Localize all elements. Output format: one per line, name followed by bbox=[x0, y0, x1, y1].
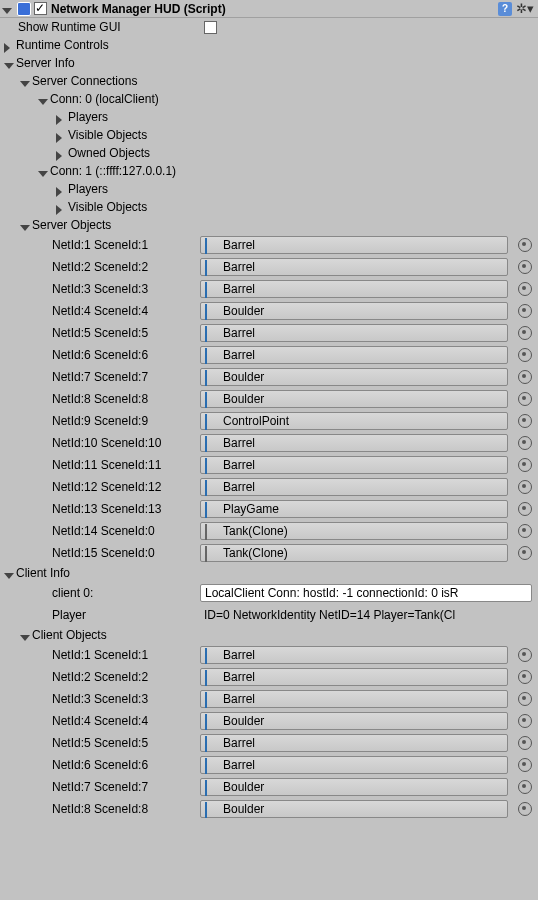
prefab-icon bbox=[205, 525, 217, 537]
client0-field[interactable]: LocalClient Conn: hostId: -1 connectionI… bbox=[200, 584, 532, 602]
foldout-icon bbox=[56, 148, 66, 158]
object-field[interactable]: Barrel bbox=[200, 236, 508, 254]
object-picker-icon[interactable] bbox=[518, 392, 532, 406]
connection-child-row[interactable]: Visible Objects bbox=[0, 126, 538, 144]
object-row: NetId:2 SceneId:2 Barrel bbox=[0, 666, 538, 688]
object-picker-icon[interactable] bbox=[518, 458, 532, 472]
object-picker-icon[interactable] bbox=[518, 692, 532, 706]
object-field[interactable]: Barrel bbox=[200, 690, 508, 708]
object-label: NetId:2 SceneId:2 bbox=[0, 670, 200, 684]
object-picker-icon[interactable] bbox=[518, 648, 532, 662]
object-picker-icon[interactable] bbox=[518, 670, 532, 684]
object-label: NetId:1 SceneId:1 bbox=[0, 648, 200, 662]
object-field[interactable]: Barrel bbox=[200, 434, 508, 452]
object-field[interactable]: Barrel bbox=[200, 324, 508, 342]
object-row: NetId:12 SceneId:12 Barrel bbox=[0, 476, 538, 498]
object-picker-icon[interactable] bbox=[518, 370, 532, 384]
object-name: ControlPoint bbox=[223, 414, 289, 428]
object-field[interactable]: Boulder bbox=[200, 390, 508, 408]
client-objects-section[interactable]: Client Objects bbox=[0, 626, 538, 644]
connection-label: Conn: 0 (localClient) bbox=[50, 92, 159, 106]
object-row: NetId:5 SceneId:5 Barrel bbox=[0, 732, 538, 754]
server-objects-section[interactable]: Server Objects bbox=[0, 216, 538, 234]
object-picker-icon[interactable] bbox=[518, 326, 532, 340]
object-field[interactable]: Barrel bbox=[200, 734, 508, 752]
object-field[interactable]: Barrel bbox=[200, 346, 508, 364]
prefab-icon bbox=[205, 239, 217, 251]
enable-checkbox[interactable] bbox=[34, 2, 47, 15]
connection-child-row[interactable]: Visible Objects bbox=[0, 198, 538, 216]
object-picker-icon[interactable] bbox=[518, 304, 532, 318]
client-info-section[interactable]: Client Info bbox=[0, 564, 538, 582]
server-connections-section[interactable]: Server Connections bbox=[0, 72, 538, 90]
object-picker-icon[interactable] bbox=[518, 780, 532, 794]
section-label: Server Info bbox=[16, 56, 75, 70]
object-field[interactable]: Barrel bbox=[200, 258, 508, 276]
connection-child-row[interactable]: Owned Objects bbox=[0, 144, 538, 162]
object-field[interactable]: ControlPoint bbox=[200, 412, 508, 430]
object-picker-icon[interactable] bbox=[518, 802, 532, 816]
object-name: Barrel bbox=[223, 692, 255, 706]
object-label: NetId:15 SceneId:0 bbox=[0, 546, 200, 560]
foldout-icon bbox=[56, 202, 66, 212]
object-row: NetId:6 SceneId:6 Barrel bbox=[0, 754, 538, 776]
object-field[interactable]: Boulder bbox=[200, 778, 508, 796]
section-label: Server Connections bbox=[32, 74, 137, 88]
object-picker-icon[interactable] bbox=[518, 502, 532, 516]
object-field[interactable]: Boulder bbox=[200, 712, 508, 730]
server-info-section[interactable]: Server Info bbox=[0, 54, 538, 72]
object-field[interactable]: PlayGame bbox=[200, 500, 508, 518]
object-field[interactable]: Boulder bbox=[200, 800, 508, 818]
prefab-icon bbox=[205, 327, 217, 339]
object-field[interactable]: Barrel bbox=[200, 280, 508, 298]
object-picker-icon[interactable] bbox=[518, 546, 532, 560]
help-icon[interactable]: ? bbox=[498, 2, 512, 16]
object-picker-icon[interactable] bbox=[518, 524, 532, 538]
prefab-icon bbox=[205, 459, 217, 471]
object-name: Barrel bbox=[223, 282, 255, 296]
object-field[interactable]: Tank(Clone) bbox=[200, 544, 508, 562]
gear-icon[interactable]: ✲▾ bbox=[516, 1, 534, 16]
foldout-icon[interactable] bbox=[2, 4, 12, 14]
object-field[interactable]: Boulder bbox=[200, 368, 508, 386]
child-label: Owned Objects bbox=[68, 146, 150, 160]
object-picker-icon[interactable] bbox=[518, 348, 532, 362]
object-field[interactable]: Barrel bbox=[200, 478, 508, 496]
object-label: NetId:5 SceneId:5 bbox=[0, 736, 200, 750]
prefab-icon bbox=[205, 671, 217, 683]
prefab-icon bbox=[205, 349, 217, 361]
connection-row[interactable]: Conn: 0 (localClient) bbox=[0, 90, 538, 108]
object-picker-icon[interactable] bbox=[518, 414, 532, 428]
component-title: Network Manager HUD (Script) bbox=[51, 2, 498, 16]
object-picker-icon[interactable] bbox=[518, 758, 532, 772]
object-field[interactable]: Boulder bbox=[200, 302, 508, 320]
object-label: NetId:3 SceneId:3 bbox=[0, 282, 200, 296]
object-field[interactable]: Barrel bbox=[200, 456, 508, 474]
object-field[interactable]: Barrel bbox=[200, 668, 508, 686]
runtime-controls-section[interactable]: Runtime Controls bbox=[0, 36, 538, 54]
object-field[interactable]: Barrel bbox=[200, 646, 508, 664]
object-field[interactable]: Barrel bbox=[200, 756, 508, 774]
object-label: NetId:4 SceneId:4 bbox=[0, 304, 200, 318]
connection-child-row[interactable]: Players bbox=[0, 108, 538, 126]
object-picker-icon[interactable] bbox=[518, 260, 532, 274]
object-field[interactable]: Tank(Clone) bbox=[200, 522, 508, 540]
connection-row[interactable]: Conn: 1 (::ffff:127.0.0.1) bbox=[0, 162, 538, 180]
object-label: NetId:14 SceneId:0 bbox=[0, 524, 200, 538]
prefab-icon bbox=[205, 715, 217, 727]
object-row: NetId:9 SceneId:9 ControlPoint bbox=[0, 410, 538, 432]
object-picker-icon[interactable] bbox=[518, 282, 532, 296]
object-picker-icon[interactable] bbox=[518, 736, 532, 750]
object-picker-icon[interactable] bbox=[518, 436, 532, 450]
connection-child-row[interactable]: Players bbox=[0, 180, 538, 198]
show-runtime-gui-checkbox[interactable] bbox=[204, 21, 217, 34]
object-row: NetId:6 SceneId:6 Barrel bbox=[0, 344, 538, 366]
foldout-icon bbox=[20, 630, 30, 640]
object-picker-icon[interactable] bbox=[518, 714, 532, 728]
object-name: Barrel bbox=[223, 326, 255, 340]
object-picker-icon[interactable] bbox=[518, 480, 532, 494]
object-label: NetId:7 SceneId:7 bbox=[0, 370, 200, 384]
player-label: Player bbox=[0, 608, 200, 622]
object-row: NetId:11 SceneId:11 Barrel bbox=[0, 454, 538, 476]
object-picker-icon[interactable] bbox=[518, 238, 532, 252]
